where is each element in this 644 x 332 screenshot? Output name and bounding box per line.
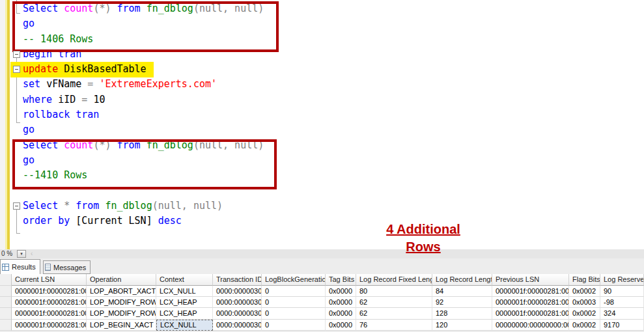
grid-cell[interactable]: 0000001f:00000281:0001: [492, 308, 569, 319]
fold-collapse-marker[interactable]: [13, 51, 20, 58]
sql-editor[interactable]: Select count(*) from fn_dblog(null, null…: [0, 0, 644, 249]
grid-cell[interactable]: LOP_MODIFY_ROW: [87, 297, 156, 308]
grid-cell[interactable]: LOP_ABORT_XACT: [87, 286, 156, 297]
column-header-log-record-fixed-length[interactable]: Log Record Fixed Length: [356, 274, 432, 286]
grid-cell[interactable]: 0x0002: [569, 286, 600, 297]
grid-cell[interactable]: -98: [600, 297, 644, 308]
grid-cell[interactable]: 0: [262, 286, 326, 297]
grid-cell[interactable]: LOP_BEGIN_XACT: [87, 320, 156, 331]
grid-cell[interactable]: 62: [356, 297, 432, 308]
grid-cell[interactable]: 92: [432, 297, 492, 308]
tab-results[interactable]: Results: [0, 259, 40, 274]
grid-cell[interactable]: 0000001f:00000281:0001: [492, 297, 569, 308]
grid-cell[interactable]: 0x0000: [326, 308, 356, 319]
annotation-box-first-count: [12, 1, 279, 52]
fold-collapse-marker[interactable]: [13, 202, 20, 210]
fold-scope-corner: [16, 233, 20, 234]
grid-cell[interactable]: 0000001f:00000281:0002: [12, 308, 87, 319]
code-line[interactable]: set vFName = 'ExtremeExperts.com': [23, 77, 264, 92]
grid-cell[interactable]: 9170: [600, 320, 644, 331]
code-line[interactable]: rollback tran: [23, 107, 264, 122]
column-header-logblockgeneration[interactable]: LogBlockGeneration: [262, 274, 326, 286]
column-header-context[interactable]: Context: [156, 274, 213, 286]
grid-cell[interactable]: 0x0000: [326, 286, 356, 297]
grid-cell[interactable]: 76: [356, 320, 432, 331]
row-selector[interactable]: [0, 320, 12, 331]
annotation-additional-rows: 4 Additional Rows: [361, 221, 485, 256]
grid-cell[interactable]: 0000:0000030b: [213, 297, 262, 308]
row-selector[interactable]: [0, 286, 12, 297]
code-token: fn_dblog: [105, 200, 152, 212]
grid-cell[interactable]: 324: [600, 308, 644, 319]
row-selector[interactable]: [0, 297, 12, 308]
fold-scope-corner: [16, 122, 20, 123]
annotation-line1: 4 Additional: [361, 221, 485, 238]
grid-cell[interactable]: 0: [262, 308, 326, 319]
scroll-left-arrow-icon[interactable]: ‹: [31, 250, 33, 257]
annotation-line2: Rows: [361, 238, 485, 256]
grid-cell[interactable]: 90: [600, 286, 644, 297]
grid-cell[interactable]: 0000:0000030b: [213, 308, 262, 319]
code-token: 'ExtremeExperts.com': [99, 78, 217, 90]
code-token: rollback tran: [23, 109, 99, 120]
grid-cell[interactable]: 62: [356, 308, 432, 319]
messages-page-icon: [45, 264, 51, 271]
column-header-transaction-id[interactable]: Transaction ID: [213, 274, 262, 286]
grid-cell[interactable]: 0000:0000030b: [213, 320, 262, 331]
code-line[interactable]: where iID = 10: [23, 92, 264, 107]
column-header-operation[interactable]: Operation: [87, 274, 156, 286]
grid-cell[interactable]: 0000001f:00000281:0001: [492, 286, 569, 297]
grid-cell[interactable]: 120: [432, 320, 492, 331]
change-tracking-bar: [5, 0, 10, 249]
grid-cell[interactable]: 0: [262, 297, 326, 308]
grid-cell[interactable]: LCX_NULL: [156, 320, 213, 331]
code-token: vFName: [46, 78, 87, 90]
code-token: 10: [93, 94, 105, 105]
code-line[interactable]: go: [23, 122, 264, 137]
code-token: iID: [58, 94, 81, 105]
code-token: *: [64, 200, 76, 212]
grid-cell[interactable]: 0000:0000030b: [213, 286, 262, 297]
column-header-log-record-length[interactable]: Log Record Length: [432, 274, 492, 286]
grid-cell[interactable]: LCX_HEAP: [156, 297, 213, 308]
column-header-tag-bits[interactable]: Tag Bits: [326, 274, 356, 286]
grid-cell[interactable]: 0000001f:00000281:0001: [12, 320, 87, 331]
editor-margin: [0, 0, 5, 249]
grid-cell[interactable]: 0000001f:00000281:0004: [12, 286, 87, 297]
code-token: where: [23, 94, 58, 105]
grid-corner-cell[interactable]: [0, 274, 12, 286]
code-line[interactable]: Select * from fn_dblog(null, null): [23, 199, 264, 214]
grid-cell[interactable]: 0x0002: [569, 308, 600, 319]
results-grid[interactable]: Current LSNOperationContextTransaction I…: [0, 274, 644, 331]
code-line[interactable]: order by [Current LSN] desc: [23, 214, 264, 228]
row-selector[interactable]: [0, 308, 12, 319]
annotation-box-second-count: [12, 139, 277, 189]
grid-cell[interactable]: 0x0000: [326, 320, 356, 331]
code-token: Select: [23, 200, 64, 212]
column-header-previous-lsn[interactable]: Previous LSN: [492, 274, 569, 286]
grid-cell[interactable]: LCX_NULL: [156, 286, 213, 297]
column-header-flag-bits[interactable]: Flag Bits: [569, 274, 600, 286]
column-header-log-reserve[interactable]: Log Reserve: [600, 274, 644, 286]
grid-cell[interactable]: 0: [262, 320, 326, 331]
editor-zoom-control[interactable]: 0 %: [1, 250, 12, 257]
results-pane: ResultsMessages Current LSNOperationCont…: [0, 258, 644, 332]
grid-cell[interactable]: 00000000:00000000:0000: [492, 320, 569, 331]
column-header-current-lsn[interactable]: Current LSN: [12, 274, 87, 286]
tab-messages[interactable]: Messages: [43, 260, 91, 274]
grid-cell[interactable]: 0000001f:00000281:0003: [12, 297, 87, 308]
grid-cell[interactable]: 0x0003: [569, 297, 600, 308]
code-token: from: [76, 200, 105, 212]
zoom-dropdown-button[interactable]: ▾: [17, 250, 26, 258]
code-token: [Current LSN]: [76, 215, 158, 227]
grid-cell[interactable]: 84: [432, 286, 492, 297]
grid-cell[interactable]: 128: [432, 308, 492, 319]
grid-cell[interactable]: 0x0000: [326, 297, 356, 308]
fold-collapse-marker[interactable]: [13, 66, 20, 73]
grid-cell[interactable]: 0x0002: [569, 320, 600, 331]
grid-cell[interactable]: LOP_MODIFY_ROW: [87, 308, 156, 319]
code-token: desc: [158, 215, 182, 227]
grid-cell[interactable]: LCX_HEAP: [156, 308, 213, 319]
code-line[interactable]: update DiskBasedTable: [23, 62, 264, 77]
grid-cell[interactable]: 80: [356, 286, 432, 297]
